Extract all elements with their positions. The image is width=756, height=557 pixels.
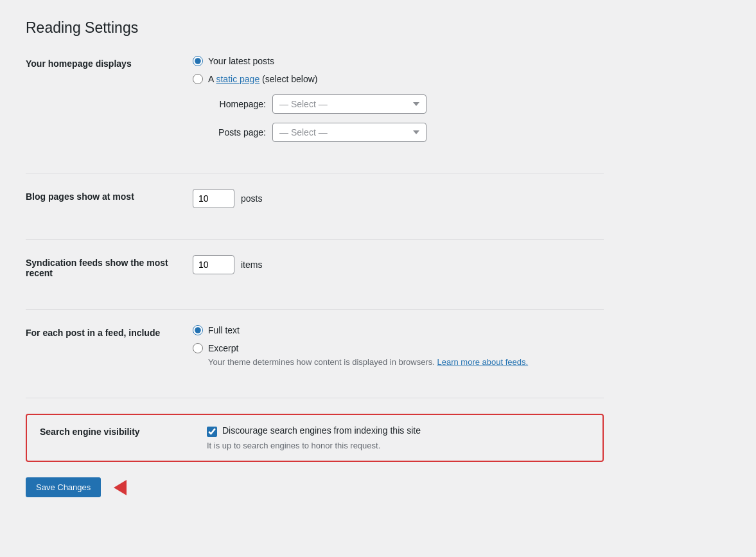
save-changes-button[interactable]: Save Changes (26, 477, 101, 497)
divider-1 (26, 173, 604, 173)
radio-latest-posts-label: Your latest posts (208, 56, 274, 66)
radio-latest-posts[interactable] (193, 56, 203, 66)
radio-static-page[interactable] (193, 74, 203, 84)
syndication-feeds-row: Syndication feeds show the most recent i… (26, 255, 604, 294)
radio-item-static-page[interactable]: A static page (select below) (193, 74, 604, 84)
homepage-displays-radio-group: Your latest posts A static page (select … (193, 56, 604, 84)
posts-page-select[interactable]: — Select — (272, 123, 426, 142)
blog-pages-input[interactable] (193, 189, 234, 208)
syndication-feeds-control: items (193, 255, 604, 274)
blog-pages-control: posts (193, 189, 604, 208)
feed-include-radio-group: Full text Excerpt (193, 325, 604, 353)
arrow-icon (114, 480, 127, 495)
search-engine-inner: Search engine visibility Discourage sear… (40, 425, 590, 450)
learn-more-link[interactable]: Learn more about feeds. (437, 357, 529, 367)
static-page-link[interactable]: static page (216, 74, 259, 84)
blog-pages-suffix: posts (241, 193, 262, 204)
search-engine-checkbox-item[interactable]: Discourage search engines from indexing … (207, 425, 590, 437)
syndication-feeds-label: Syndication feeds show the most recent (26, 255, 193, 278)
homepage-displays-row: Your homepage displays Your latest posts… (26, 56, 604, 157)
search-engine-control: Discourage search engines from indexing … (207, 425, 590, 450)
homepage-displays-label: Your homepage displays (26, 56, 193, 69)
feed-include-control: Full text Excerpt Your theme determines … (193, 325, 604, 367)
blog-pages-label: Blog pages show at most (26, 189, 193, 202)
radio-excerpt-label: Excerpt (208, 343, 238, 353)
posts-page-select-label: Posts page: (208, 127, 266, 137)
divider-4 (26, 398, 604, 398)
syndication-feeds-suffix: items (241, 260, 262, 270)
homepage-select-label: Homepage: (208, 99, 266, 109)
search-engine-helper: It is up to search engines to honor this… (207, 441, 590, 450)
blog-pages-row: Blog pages show at most posts (26, 189, 604, 224)
static-page-selects: Homepage: — Select — Posts page: — Selec… (208, 94, 604, 142)
divider-3 (26, 309, 604, 310)
radio-static-page-label: A static page (select below) (208, 74, 317, 84)
radio-item-excerpt[interactable]: Excerpt (193, 343, 604, 353)
feed-include-label: For each post in a feed, include (26, 325, 193, 338)
settings-form: Reading Settings Your homepage displays … (26, 19, 604, 497)
page-title: Reading Settings (26, 19, 604, 37)
radio-full-text[interactable] (193, 325, 203, 335)
posts-page-select-row: Posts page: — Select — (208, 123, 604, 142)
feed-include-helper: Your theme determines how content is dis… (208, 357, 604, 367)
homepage-select[interactable]: — Select — (272, 94, 426, 114)
radio-item-latest-posts[interactable]: Your latest posts (193, 56, 604, 66)
feed-include-row: For each post in a feed, include Full te… (26, 325, 604, 382)
search-engine-label: Search engine visibility (40, 425, 207, 437)
homepage-displays-control: Your latest posts A static page (select … (193, 56, 604, 142)
syndication-feeds-input[interactable] (193, 255, 234, 274)
blog-pages-input-row: posts (193, 189, 604, 208)
homepage-select-row: Homepage: — Select — (208, 94, 604, 114)
syndication-feeds-input-row: items (193, 255, 604, 274)
radio-excerpt[interactable] (193, 343, 203, 353)
search-engine-row: Search engine visibility Discourage sear… (26, 414, 604, 462)
divider-2 (26, 239, 604, 240)
arrow-indicator (114, 480, 127, 495)
radio-item-full-text[interactable]: Full text (193, 325, 604, 335)
save-changes-row: Save Changes (26, 477, 604, 497)
discourage-indexing-checkbox[interactable] (207, 427, 217, 437)
discourage-indexing-label: Discourage search engines from indexing … (222, 425, 421, 436)
radio-full-text-label: Full text (208, 325, 240, 335)
